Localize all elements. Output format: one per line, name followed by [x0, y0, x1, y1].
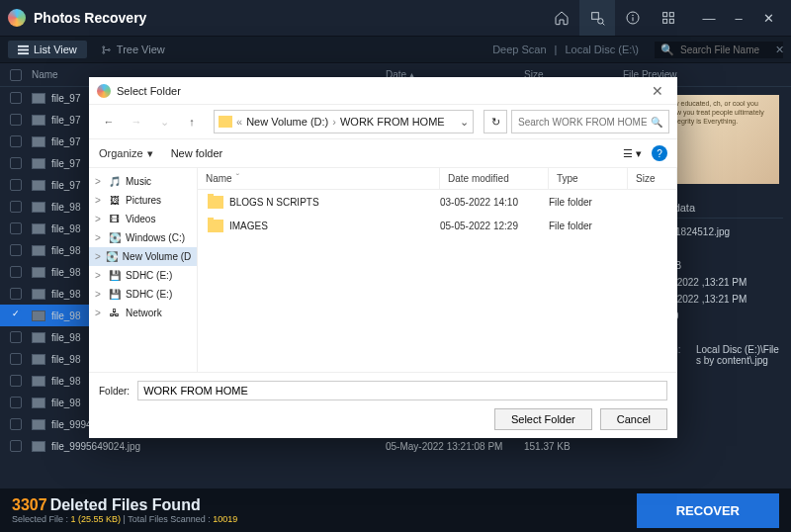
dialog-footer: Folder: Select Folder Cancel [89, 372, 677, 438]
recent-dropdown-icon[interactable]: ⌄ [152, 110, 176, 133]
chevron-right-icon[interactable]: > [95, 270, 103, 281]
folder-row[interactable]: BLOGS N SCRIPTS03-05-2022 14:10File fold… [198, 190, 677, 214]
refresh-button[interactable]: ↻ [483, 110, 507, 133]
chevron-right-icon[interactable]: > [95, 251, 101, 262]
folder-type: File folder [549, 197, 628, 208]
chevron-right-icon[interactable]: > [95, 195, 103, 206]
folder-contents: Name ˇ Date modified Type Size BLOGS N S… [198, 168, 677, 372]
folder-icon [208, 196, 223, 209]
chevron-right-icon[interactable]: > [95, 214, 103, 224]
forward-button[interactable]: → [125, 110, 148, 133]
col-date[interactable]: Date modified [440, 168, 549, 189]
chevron-right-icon[interactable]: > [95, 176, 103, 187]
tree-label: SDHC (E:) [126, 289, 172, 300]
folder-name: IMAGES [229, 221, 440, 231]
tree-item[interactable]: >🎵Music [89, 172, 197, 191]
tree-item[interactable]: >💽Windows (C:) [89, 228, 197, 247]
col-size[interactable]: Size [628, 168, 677, 189]
select-folder-dialog: Select Folder ✕ ← → ⌄ ↑ « New Volume (D:… [89, 77, 677, 438]
sd-icon: 💾 [108, 269, 121, 282]
dialog-title: Select Folder [117, 85, 181, 97]
contents-header: Name ˇ Date modified Type Size [198, 168, 677, 190]
dialog-search-input[interactable] [518, 117, 647, 128]
tree-label: Music [126, 176, 151, 187]
cancel-button[interactable]: Cancel [600, 408, 667, 430]
dialog-toolbar: Organize ▾ New folder ☰ ▾ ? [89, 138, 677, 168]
tree-item[interactable]: >🎞Videos [89, 210, 197, 228]
tree-label: Videos [126, 214, 155, 224]
tree-item[interactable]: >💽New Volume (D [89, 247, 197, 266]
address-bar[interactable]: « New Volume (D:) › WORK FROM HOME ⌄ [214, 110, 474, 133]
dialog-overlay: Select Folder ✕ ← → ⌄ ↑ « New Volume (D:… [0, 0, 791, 532]
sd-icon: 💾 [108, 288, 121, 301]
chevron-down-icon: ▾ [147, 147, 153, 160]
folder-field-label: Folder: [99, 386, 130, 397]
help-icon[interactable]: ? [652, 145, 667, 161]
folder-name: BLOGS N SCRIPTS [229, 197, 440, 208]
folder-tree[interactable]: >🎵Music>🖼Pictures>🎞Videos>💽Windows (C:)>… [89, 168, 198, 372]
back-button[interactable]: ← [97, 110, 121, 133]
tree-item[interactable]: >💾SDHC (E:) [89, 285, 197, 304]
tree-item[interactable]: >💾SDHC (E:) [89, 266, 197, 285]
select-folder-button[interactable]: Select Folder [494, 408, 592, 430]
tree-item[interactable]: >🖼Pictures [89, 191, 197, 210]
folder-icon [219, 116, 232, 128]
tree-label: Pictures [126, 195, 161, 206]
folder-row[interactable]: IMAGES05-05-2022 12:29File folder [198, 214, 677, 237]
network-icon: 🖧 [108, 307, 121, 319]
folder-date: 05-05-2022 12:29 [440, 221, 549, 231]
tree-label: SDHC (E:) [126, 270, 172, 281]
chevron-right-icon[interactable]: > [95, 289, 103, 300]
dialog-nav: ← → ⌄ ↑ « New Volume (D:) › WORK FROM HO… [89, 105, 677, 138]
breadcrumb-segment[interactable]: New Volume (D:) [246, 116, 328, 128]
videos-icon: 🎞 [108, 213, 121, 225]
view-mode-button[interactable]: ☰ ▾ [623, 147, 642, 160]
dialog-close-button[interactable]: ✕ [646, 83, 669, 99]
pictures-icon: 🖼 [108, 194, 121, 207]
drive-icon: 💽 [108, 231, 121, 244]
search-icon: 🔍 [651, 117, 662, 128]
tree-label: Windows (C:) [126, 232, 185, 243]
dialog-titlebar: Select Folder ✕ [89, 77, 677, 105]
col-type[interactable]: Type [549, 168, 628, 189]
folder-date: 03-05-2022 14:10 [440, 197, 549, 208]
drive-icon: 💽 [106, 250, 118, 263]
tree-label: Network [126, 308, 162, 318]
folder-type: File folder [549, 221, 628, 231]
address-dropdown-icon[interactable]: ⌄ [460, 116, 469, 129]
folder-field-input[interactable] [137, 381, 667, 400]
tree-label: New Volume (D [123, 251, 191, 262]
chevron-right-icon[interactable]: > [95, 232, 103, 243]
music-icon: 🎵 [108, 175, 121, 188]
dialog-search[interactable]: 🔍 [511, 110, 669, 133]
col-name[interactable]: Name ˇ [198, 168, 440, 189]
chevron-right-icon[interactable]: > [95, 308, 103, 318]
new-folder-button[interactable]: New folder [171, 147, 223, 159]
up-button[interactable]: ↑ [180, 110, 204, 133]
tree-item[interactable]: >🖧Network [89, 304, 197, 322]
breadcrumb-segment[interactable]: WORK FROM HOME [340, 116, 445, 128]
organize-menu[interactable]: Organize ▾ [99, 147, 153, 160]
dialog-logo-icon [97, 84, 111, 98]
folder-icon [208, 220, 223, 232]
